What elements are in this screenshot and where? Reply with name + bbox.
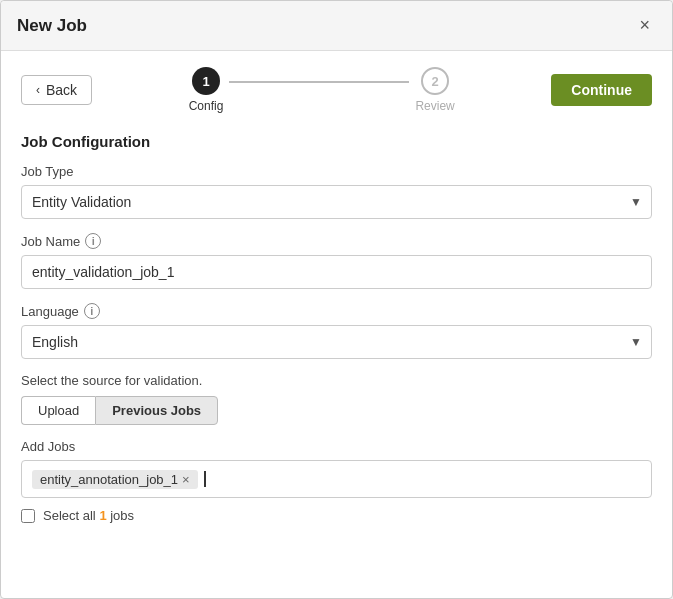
- stepper-row: ‹ Back 1 Config 2 Review Conti: [21, 67, 652, 113]
- new-job-modal: New Job × ‹ Back 1 Config 2: [0, 0, 673, 599]
- job-configuration-section: Job Configuration Job Type Entity Valida…: [21, 133, 652, 523]
- section-title: Job Configuration: [21, 133, 652, 150]
- modal-title: New Job: [17, 16, 87, 36]
- previous-jobs-tab[interactable]: Previous Jobs: [95, 396, 218, 425]
- job-tag-label: entity_annotation_job_1: [40, 472, 178, 487]
- modal-body: ‹ Back 1 Config 2 Review Conti: [1, 51, 672, 598]
- cursor: [204, 471, 206, 487]
- job-tag: entity_annotation_job_1 ×: [32, 470, 198, 489]
- step-label-config: Config: [189, 99, 224, 113]
- step-circle-config: 1: [192, 67, 220, 95]
- modal-header: New Job ×: [1, 1, 672, 51]
- job-name-input[interactable]: [21, 255, 652, 289]
- select-all-count: 1: [99, 508, 106, 523]
- job-type-select[interactable]: Entity Validation Entity Annotation Text…: [21, 185, 652, 219]
- chevron-left-icon: ‹: [36, 83, 40, 97]
- add-jobs-input[interactable]: entity_annotation_job_1 ×: [21, 460, 652, 498]
- step-line: [229, 81, 409, 83]
- source-label: Select the source for validation.: [21, 373, 652, 388]
- job-name-field-label: Job Name i: [21, 233, 652, 249]
- step-label-review: Review: [415, 99, 454, 113]
- select-all-row: Select all 1 jobs: [21, 508, 652, 523]
- language-info-icon: i: [84, 303, 100, 319]
- back-button[interactable]: ‹ Back: [21, 75, 92, 105]
- step-config: 1 Config: [189, 67, 224, 113]
- continue-button[interactable]: Continue: [551, 74, 652, 106]
- back-label: Back: [46, 82, 77, 98]
- add-jobs-label: Add Jobs: [21, 439, 652, 454]
- job-type-label: Job Type: [21, 164, 652, 179]
- job-tag-remove[interactable]: ×: [182, 473, 190, 486]
- step-review: 2 Review: [415, 67, 454, 113]
- step-circle-review: 2: [421, 67, 449, 95]
- upload-tab[interactable]: Upload: [21, 396, 95, 425]
- select-all-label: Select all 1 jobs: [43, 508, 134, 523]
- job-name-info-icon: i: [85, 233, 101, 249]
- stepper: 1 Config 2 Review: [92, 67, 551, 113]
- close-button[interactable]: ×: [633, 13, 656, 38]
- job-type-select-wrapper: Entity Validation Entity Annotation Text…: [21, 185, 652, 219]
- select-all-checkbox[interactable]: [21, 509, 35, 523]
- source-tab-group: Upload Previous Jobs: [21, 396, 652, 425]
- language-select-wrapper: English Spanish French German ▼: [21, 325, 652, 359]
- language-field-label: Language i: [21, 303, 652, 319]
- language-select[interactable]: English Spanish French German: [21, 325, 652, 359]
